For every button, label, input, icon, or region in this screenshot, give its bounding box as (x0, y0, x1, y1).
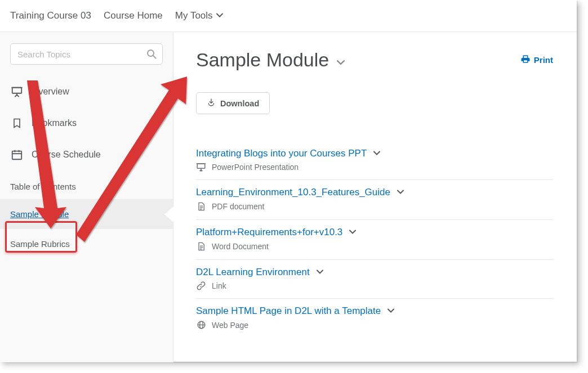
content-item-subrow: Link (196, 281, 553, 290)
content-item-subrow: PDF document (196, 201, 553, 212)
title-row: Sample Module Print (196, 49, 553, 71)
document-icon (196, 201, 206, 212)
chevron-down-icon[interactable] (317, 267, 323, 277)
calendar-icon (10, 148, 24, 161)
content-item: Learning_Environment_10.3_Features_Guide… (196, 180, 553, 220)
chevron-down-icon (337, 49, 345, 71)
sidebar-overview-label: Overview (32, 87, 69, 97)
content-item-title: Sample HTML Page in D2L with a Template (196, 305, 381, 317)
content-item-kind: Link (212, 281, 226, 290)
svg-line-6 (17, 95, 19, 97)
chevron-down-icon[interactable] (349, 227, 356, 237)
content-item-header[interactable]: Integrating Blogs into your Courses PPT (196, 148, 553, 159)
module-title-text: Sample Module (196, 49, 329, 71)
content-item: D2L Learning Environment Link (196, 260, 553, 299)
content-item-header[interactable]: Learning_Environment_10.3_Features_Guide (196, 187, 553, 198)
content-item-kind: PDF document (212, 202, 264, 211)
my-tools-label: My Tools (175, 10, 213, 21)
sidebar-module-label: Sample Module (10, 209, 69, 219)
link-icon (196, 281, 206, 290)
content-item: Platform+Requirements+for+v10.3 Word Doc… (196, 220, 553, 260)
chevron-down-icon[interactable] (387, 306, 394, 316)
sidebar-module-sample-module[interactable]: Sample Module (0, 199, 173, 229)
sidebar-schedule[interactable]: Course Schedule (0, 139, 173, 170)
chevron-down-icon[interactable] (397, 187, 404, 197)
download-label: Download (220, 99, 259, 108)
chevron-down-icon[interactable] (373, 149, 380, 159)
content-item-title: Platform+Requirements+for+v10.3 (196, 227, 342, 238)
content-item-header[interactable]: D2L Learning Environment (196, 267, 553, 278)
content-item-kind: PowerPoint Presentation (212, 163, 299, 172)
main-content: Sample Module Print Download (173, 32, 577, 362)
body: Overview Bookmarks Course Schedule Table… (0, 32, 577, 362)
sidebar-bookmarks[interactable]: Bookmarks (0, 107, 173, 139)
content-item-header[interactable]: Platform+Requirements+for+v10.3 (196, 227, 553, 238)
download-button[interactable]: Download (196, 92, 270, 114)
content-item-title: Integrating Blogs into your Courses PPT (196, 148, 367, 159)
svg-rect-7 (12, 151, 22, 160)
content-item-kind: Word Document (212, 242, 269, 251)
content-item: Sample HTML Page in D2L with a Template … (196, 299, 553, 338)
sidebar-bookmarks-label: Bookmarks (32, 118, 77, 128)
content-item: Integrating Blogs into your Courses PPT … (196, 141, 553, 180)
globe-icon (196, 320, 206, 330)
svg-rect-11 (197, 164, 205, 168)
sidebar-module-label: Sample Rubrics (10, 239, 70, 249)
chevron-down-icon (216, 10, 223, 21)
svg-line-1 (153, 56, 156, 59)
svg-rect-2 (12, 88, 22, 93)
content-item-kind: Web Page (212, 321, 248, 330)
course-home-link[interactable]: Course Home (104, 10, 163, 21)
module-title-dropdown[interactable]: Sample Module (196, 49, 345, 71)
content-item-subrow: PowerPoint Presentation (196, 163, 553, 172)
my-tools-menu[interactable]: My Tools (175, 10, 223, 21)
bookmark-icon (10, 116, 24, 130)
app-frame: Training Course 03 Course Home My Tools … (0, 0, 577, 362)
print-label: Print (534, 55, 553, 65)
sidebar-module-sample-rubrics[interactable]: Sample Rubrics (0, 229, 173, 259)
content-item-title: Learning_Environment_10.3_Features_Guide (196, 187, 390, 198)
content-item-subrow: Web Page (196, 320, 553, 330)
toc-header[interactable]: Table of Contents (0, 170, 173, 199)
sidebar-overview[interactable]: Overview (0, 76, 173, 107)
search-input[interactable] (10, 43, 163, 65)
sidebar: Overview Bookmarks Course Schedule Table… (0, 32, 173, 362)
search-wrap (10, 43, 163, 65)
course-title-link[interactable]: Training Course 03 (10, 10, 91, 21)
content-item-subrow: Word Document (196, 241, 553, 251)
search-icon[interactable] (146, 48, 157, 62)
document-icon (196, 241, 206, 251)
presentation-icon (10, 85, 24, 98)
top-nav: Training Course 03 Course Home My Tools (0, 0, 577, 32)
print-button[interactable]: Print (520, 54, 553, 66)
content-item-header[interactable]: Sample HTML Page in D2L with a Template (196, 305, 553, 317)
print-icon (520, 54, 531, 66)
ppt-icon (196, 163, 206, 172)
sidebar-schedule-label: Course Schedule (32, 150, 101, 160)
download-icon (207, 98, 216, 109)
content-item-title: D2L Learning Environment (196, 267, 310, 278)
